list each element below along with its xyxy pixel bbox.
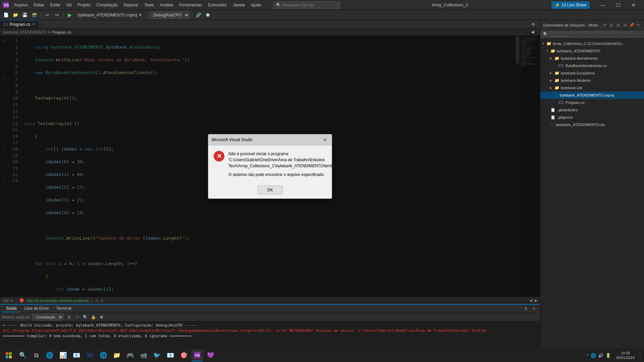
tab-program-cs-label: Program.cs (10, 22, 30, 27)
word-icon[interactable]: W (84, 349, 96, 361)
sol-pin-button[interactable]: 📌 (629, 22, 635, 28)
menu-ferramentas[interactable]: Ferramentas (176, 1, 205, 9)
tab-lista-erros[interactable]: Lista de Erros (20, 305, 52, 312)
nav-left-btn[interactable]: ◀ (529, 298, 532, 303)
debug-config-select[interactable]: Debug|AnyCPU (150, 11, 190, 19)
tab-terminal[interactable]: Terminal (53, 305, 74, 312)
battery-icon[interactable]: 🔋 (605, 353, 611, 358)
save-button[interactable]: 💾 (21, 11, 29, 19)
new-file-button[interactable]: 📄 (2, 11, 10, 19)
menu-extensoes[interactable]: Extensões (205, 1, 229, 9)
ok-button[interactable]: OK (258, 186, 283, 194)
output-lock-button[interactable]: 🔒 (90, 314, 97, 320)
start-debug-button[interactable]: ▶ (66, 11, 74, 19)
file-nav-left[interactable]: ◀ (529, 28, 537, 36)
search-taskbar-button[interactable]: 🔍 (17, 349, 29, 361)
output-find-button[interactable]: 🔍 (82, 314, 89, 320)
menu-teste[interactable]: Teste (142, 1, 157, 9)
vs-taskbar-icon[interactable]: VS (191, 349, 203, 361)
arrow-icon: ▼ (546, 49, 549, 53)
tree-sln[interactable]: ⬡ bytebank_ATENDIMENTO.sln (540, 121, 644, 128)
tree-gitignore[interactable]: 📋 .gitignore (540, 114, 644, 121)
menu-exibir[interactable]: Exibir (48, 1, 63, 9)
breakpoint-button[interactable]: ⬟ (204, 11, 212, 19)
menu-arquivo[interactable]: Arquivo (11, 1, 31, 9)
undo-button[interactable]: ↩ (43, 11, 51, 19)
maximize-button[interactable]: ☐ (610, 0, 626, 10)
sol-search-placeholder: Pesquisar em Gerenciador de Soluções – M… (550, 30, 641, 38)
tab-saida[interactable]: Saída (3, 305, 20, 312)
chrome-icon[interactable]: 🌐 (97, 349, 109, 361)
tree-item-label: bytebank_ATENDIMENTO.csproj (560, 93, 614, 97)
tree-root-label: Array_Collections_C (C:\Users\Gabriel\On… (553, 42, 627, 46)
steam-icon[interactable]: 🎮 (124, 349, 136, 361)
system-clock[interactable]: 14:09 05/01/2023 (613, 350, 637, 361)
menu-janela[interactable]: Janela (230, 1, 247, 9)
sol-sync-button[interactable]: ⟳ (602, 22, 608, 28)
sol-filter-button[interactable]: ⊞ (615, 22, 621, 28)
menu-git[interactable]: Git (64, 1, 74, 9)
show-desktop-button[interactable] (640, 350, 642, 360)
taskview-button[interactable]: ⧉ (30, 349, 42, 361)
open-folder-button[interactable]: 📁 (11, 11, 19, 19)
tab-close-button[interactable]: ✕ (32, 22, 35, 26)
teams-icon[interactable]: 📹 (138, 349, 150, 361)
attach-debugger-button[interactable]: 🔗 (195, 11, 203, 19)
output-wordwrap-button[interactable]: ↩ (74, 314, 81, 320)
twitter-icon[interactable]: 🐦 (151, 349, 163, 361)
tree-bytebank-atendimento-sub[interactable]: ▶ 📁 bytebank.Atendimento (540, 55, 644, 62)
zoom-level[interactable]: 100 % (3, 299, 13, 303)
menu-editar[interactable]: Editar (31, 1, 47, 9)
nav-right-btn[interactable]: ▶ (535, 298, 537, 303)
tree-csproj[interactable]: ⬡ bytebank_ATENDIMENTO.csproj (540, 92, 644, 99)
search-placeholder: Pesquisar (Ctrl+Q) (283, 3, 313, 7)
tree-root[interactable]: ▼ 📁 Array_Collections_C (C:\Users\Gabrie… (540, 40, 644, 47)
menu-ajuda[interactable]: Ajuda (248, 1, 264, 9)
output-stop-button[interactable]: ⏹ (98, 314, 105, 320)
edge-browser-icon[interactable]: 🌐 (44, 349, 56, 361)
save-all-button[interactable]: 🗃️ (30, 11, 38, 19)
modal-sub-message: O sistema não pode encontrar o arquivo e… (228, 172, 332, 178)
live-share-button[interactable]: ⚡ 13 Live Share (551, 1, 590, 9)
tree-bytebank-cs[interactable]: C# ByteBankAtendimento.cs (540, 62, 644, 69)
output-source-select[interactable]: Compilação (32, 314, 63, 320)
split-editor-button[interactable]: ⧉ (529, 20, 537, 28)
menu-depurar[interactable]: Depurar (121, 1, 141, 9)
global-search-box[interactable]: 🔍 Pesquisar (Ctrl+Q) (273, 1, 340, 9)
git-icon: 📋 (550, 108, 555, 112)
tree-gitattributes[interactable]: 📋 .gitattributes (540, 106, 644, 114)
panel-close-button[interactable]: ✕ (531, 305, 537, 312)
output-clear-button[interactable]: 🗑 (66, 314, 73, 320)
tab-program-cs[interactable]: C# Program.cs ✕ (0, 20, 39, 28)
excel-icon[interactable]: 📊 (57, 349, 69, 361)
volume-icon[interactable]: 🔊 (598, 353, 603, 358)
target-icon[interactable]: 🎯 (178, 349, 190, 361)
redo-button[interactable]: ↪ (53, 11, 61, 19)
panel-maximize-button[interactable]: ⬆ (523, 305, 529, 312)
vs-taskbar-icon-2[interactable]: 💜 (205, 349, 217, 361)
close-button[interactable]: ✕ (626, 0, 641, 10)
start-button[interactable] (2, 349, 15, 362)
sol-collapse-button[interactable]: ⊟ (608, 22, 614, 28)
modal-close-button[interactable]: ✕ (322, 136, 328, 143)
run-project-button[interactable]: bytebank_ATENDIMENTO.csproj ▼ (75, 12, 145, 18)
tree-program-cs[interactable]: C# Program.cs (540, 99, 644, 106)
sol-settings-button[interactable]: ⚙ (622, 22, 628, 28)
menu-projeto[interactable]: Projeto (75, 1, 93, 9)
arrow-icon[interactable]: ^ (587, 353, 589, 357)
minimize-button[interactable]: — (595, 0, 610, 10)
email-icon[interactable]: 📧 (164, 349, 176, 361)
sol-hide-button[interactable]: ✕ (635, 22, 641, 28)
tree-bytebank-atendimento[interactable]: ▼ 📁 bytebank_ATENDIMENTO (540, 47, 644, 55)
file-explorer-icon[interactable]: 📁 (111, 349, 123, 361)
tree-exceptions[interactable]: ▶ 📁 bytebank.Exceptions (540, 69, 644, 77)
tree-util[interactable]: ▶ 📁 bytebank.Util (540, 84, 644, 92)
menu-compilacao[interactable]: Compilação (94, 1, 120, 9)
tree-modelos[interactable]: ▶ 📁 bytebank.Modelos (540, 77, 644, 84)
toolbar-sep-1 (41, 12, 41, 18)
network-icon[interactable]: 🌐 (591, 353, 596, 358)
solution-search[interactable]: 🔍 Pesquisar em Gerenciador de Soluções –… (540, 30, 644, 39)
outlook-icon[interactable]: 📧 (70, 349, 83, 361)
live-share-icon: ⚡ (555, 3, 560, 7)
menu-analise[interactable]: Análise (157, 1, 176, 9)
